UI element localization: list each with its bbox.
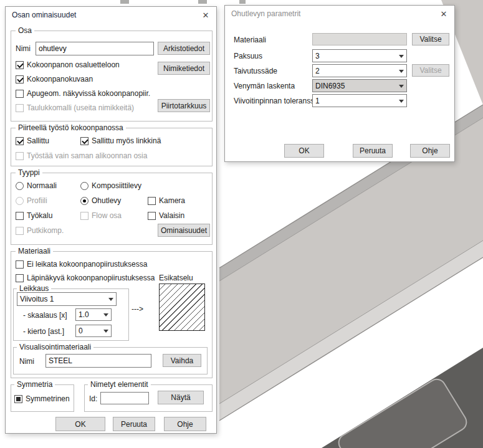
dialog-titlebar[interactable]: Ohutlevyn parametrit <box>225 6 454 22</box>
radio-normaali[interactable]: Normaali <box>16 181 57 190</box>
group-symmetria-legend: Symmetria <box>14 381 55 388</box>
checkbox-kokoonpanokuvaan[interactable]: Kokoonpanokuvaan <box>16 75 93 83</box>
arrow-to-preview-label: ---> <box>132 305 143 313</box>
thickness-label: Paksuus <box>234 52 262 60</box>
checkbox-label: Työstää vain saman alikoonnan osia <box>27 151 147 160</box>
rotation-label: - kierto [ast.] <box>23 327 64 336</box>
checkbox-label: Läpinäkyvä kokoonpanopiirustuksessa <box>27 274 155 282</box>
id-label: Id: <box>89 394 97 403</box>
hatch-preview <box>159 284 205 331</box>
chevron-down-icon <box>396 50 406 62</box>
dialog-title: Osan ominaisuudet <box>12 11 76 19</box>
cancel-button[interactable]: Peruuta <box>353 144 393 158</box>
bend-radius-label: Taivutussäde <box>234 67 277 75</box>
checkbox-label: Putkikomp. <box>27 226 64 235</box>
group-piirre <box>11 128 213 166</box>
checkbox-label: Ei leikata kokoonpanopiirustuksessa <box>27 260 147 269</box>
chevron-down-icon <box>396 80 406 92</box>
checkbox-label: Valaisin <box>159 211 184 220</box>
preview-label: Esikatselu <box>159 274 193 282</box>
radio-ohutlevy[interactable]: Ohutlevy <box>80 196 121 205</box>
checkbox-icon <box>14 395 22 403</box>
close-icon[interactable]: ✕ <box>195 7 216 23</box>
checkbox-tyostaa-alikoonta: Työstää vain saman alikoonnan osia <box>16 151 147 160</box>
elongation-method-select[interactable]: DIN6935 <box>312 79 407 92</box>
hatch-pattern-select[interactable]: Viivoitus 1 <box>17 292 117 306</box>
chevron-down-icon <box>396 65 406 77</box>
bend-radius-select[interactable]: 2 <box>312 64 407 77</box>
checkbox-icon <box>16 227 24 235</box>
ok-button[interactable]: OK <box>284 144 324 158</box>
help-button[interactable]: Ohje <box>164 417 206 431</box>
checkbox-label: Työkalu <box>27 211 52 220</box>
vis-material-input[interactable] <box>45 354 151 368</box>
material-input <box>312 33 407 45</box>
radio-icon <box>16 197 24 205</box>
checkbox-sallittu[interactable]: Sallittu <box>16 136 49 145</box>
checkbox-symmetrinen[interactable]: Symmetrinen <box>14 394 70 403</box>
vaihda-button[interactable]: Vaihda <box>163 354 201 367</box>
checkbox-lapinakyva[interactable]: Läpinäkyvä kokoonpanopiirustuksessa <box>16 274 155 282</box>
checkbox-sallittu-linkkina[interactable]: Sallittu myös linkkinä <box>80 136 161 145</box>
chevron-down-icon <box>100 325 111 336</box>
ominaisuudet-button[interactable]: Ominaisuudet <box>158 224 210 237</box>
toolbar-fragment <box>239 0 246 4</box>
group-leikkaus-legend: Leikkaus <box>17 285 51 292</box>
radio-komposiittilevy[interactable]: Komposiittilevy <box>80 181 141 190</box>
checkbox-label: Apugeom. näkyvissä kokoonpanopiir. <box>27 89 150 98</box>
chevron-down-icon <box>105 293 116 305</box>
tolerance-select[interactable]: 1 <box>312 94 407 107</box>
scale-label: - skaalaus [x] <box>23 311 67 320</box>
checkbox-valaisin[interactable]: Valaisin <box>148 211 184 220</box>
sheet-metal-parameters-dialog: Ohutlevyn parametrit ✕ Materiaali Valits… <box>224 5 455 162</box>
name-label: Nimi <box>16 44 31 53</box>
checkbox-icon <box>16 212 24 220</box>
checkbox-kamera[interactable]: Kamera <box>148 196 185 205</box>
select-radius-button: Valitse <box>412 64 449 77</box>
part-properties-dialog: Osan ominaisuudet ✕ Osa Nimi Arkistotied… <box>5 6 217 434</box>
radio-label: Ohutlevy <box>92 196 121 205</box>
checkbox-ei-leikata[interactable]: Ei leikata kokoonpanopiirustuksessa <box>16 260 147 269</box>
piirtotarkkuus-button[interactable]: Piirtotarkkuus <box>158 99 210 112</box>
close-icon[interactable]: ✕ <box>433 6 454 22</box>
elongation-label: Venymän laskenta <box>234 82 295 90</box>
radio-label: Profiili <box>27 196 47 205</box>
hatch-rotation-select[interactable]: 0 <box>75 325 112 337</box>
combo-value: 1 <box>313 97 396 105</box>
checkbox-label: Taulukkomalli (useita nimikkeitä) <box>27 103 134 112</box>
material-label: Materiaali <box>234 36 266 44</box>
checkbox-label: Flow osa <box>92 211 122 220</box>
checkbox-label: Kokoonpanokuvaan <box>27 75 93 83</box>
nimiketiedot-button[interactable]: Nimiketiedot <box>158 62 210 75</box>
cancel-button[interactable]: Peruuta <box>113 417 155 431</box>
select-material-button[interactable]: Valitse <box>412 33 449 45</box>
checkbox-tyokalu[interactable]: Työkalu <box>16 211 52 220</box>
arkistotiedot-button[interactable]: Arkistotiedot <box>158 42 210 55</box>
checkbox-label: Sallittu myös linkkinä <box>92 136 161 145</box>
checkbox-icon <box>148 212 156 220</box>
element-id-input[interactable] <box>100 392 149 404</box>
group-piirre-legend: Piirteellä työstö kokoonpanossa <box>16 124 126 131</box>
dialog-titlebar[interactable]: Osan ominaisuudet <box>6 7 216 23</box>
part-name-input[interactable] <box>36 42 154 55</box>
toolbar-fragment <box>198 0 207 4</box>
checkbox-putkikomp: Putkikomp. <box>16 226 64 235</box>
checkbox-icon <box>16 61 24 69</box>
group-tyyppi-legend: Tyyppi <box>16 169 42 176</box>
ok-button[interactable]: OK <box>55 417 105 431</box>
chevron-down-icon <box>396 95 406 107</box>
checkbox-apugeom[interactable]: Apugeom. näkyvissä kokoonpanopiir. <box>16 89 150 98</box>
checkbox-icon <box>16 274 24 282</box>
checkbox-kokoonpanon-osaluetteloon[interactable]: Kokoonpanon osaluetteloon <box>16 60 120 69</box>
help-button[interactable]: Ohje <box>410 144 450 158</box>
checkbox-icon <box>16 90 24 98</box>
hatch-scale-select[interactable]: 1.0 <box>75 308 112 321</box>
radio-icon <box>80 182 88 190</box>
thickness-select[interactable]: 3 <box>312 49 407 62</box>
vis-name-label: Nimi <box>19 357 34 366</box>
chevron-down-icon <box>100 309 111 320</box>
dialog-title: Ohutlevyn parametrit <box>231 9 300 18</box>
checkbox-label: Kokoonpanon osaluetteloon <box>27 60 120 69</box>
nayta-button[interactable]: Näytä <box>158 391 204 404</box>
checkbox-icon <box>16 152 24 160</box>
